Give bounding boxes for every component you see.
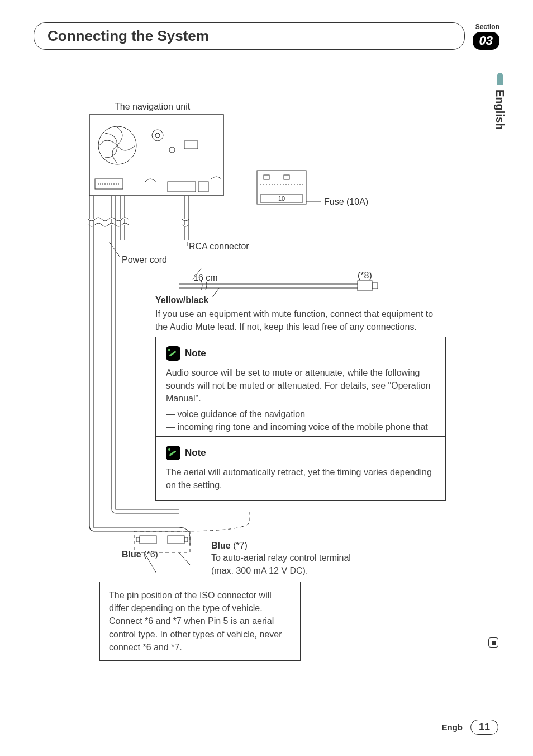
power-cord-label: Power cord (122, 255, 167, 265)
note-title: Note (185, 446, 206, 460)
star8-label: (*8) (358, 271, 372, 281)
footer-langcode: Engb (441, 722, 463, 732)
svg-point-3 (155, 133, 160, 138)
note-title: Note (185, 347, 206, 361)
svg-rect-18 (358, 281, 372, 291)
blue-6-label: Blue (*6) (122, 550, 158, 560)
note-heading: Note (166, 446, 435, 460)
page-header: Connecting the System Section 03 (34, 22, 499, 50)
svg-rect-8 (168, 182, 196, 192)
blue-6-ref: (*6) (144, 550, 158, 559)
section-label: Section (473, 23, 499, 31)
svg-rect-0 (89, 115, 223, 196)
svg-line-28 (179, 552, 190, 565)
svg-rect-25 (184, 537, 188, 542)
pencil-icon (166, 446, 180, 460)
svg-point-4 (169, 147, 175, 153)
iso-connector-note: The pin position of the ISO connector wi… (99, 582, 301, 661)
page-footer: Engb 11 (441, 720, 498, 735)
svg-rect-19 (372, 283, 378, 289)
blue-7-desc: To auto-aerial relay control terminal (m… (211, 552, 356, 577)
chapter-title: Connecting the System (34, 22, 465, 50)
fuse-value-text: 10 (278, 195, 285, 202)
fuse-label: Fuse (10A) (324, 197, 368, 207)
language-tab: English (493, 73, 506, 130)
note-box-aerial: Note The aerial will automatically retra… (155, 436, 446, 501)
wiring-diagram: 10 (0, 95, 475, 643)
note-body: Audio source will be set to mute or atte… (166, 366, 435, 405)
section-block: Section 03 (473, 23, 499, 50)
svg-rect-9 (198, 182, 208, 192)
rca-connector-label: RCA connector (189, 242, 249, 252)
end-of-section-icon (488, 637, 498, 648)
svg-rect-24 (168, 536, 184, 544)
yellow-black-block: Yellow/black If you use an equipment wit… (155, 295, 446, 333)
svg-rect-23 (136, 537, 140, 542)
svg-rect-11 (264, 175, 269, 179)
note-heading: Note (166, 346, 435, 361)
blue-7-ref: (*7) (233, 541, 248, 550)
blue-7-text: Blue (211, 541, 231, 550)
svg-rect-12 (284, 175, 289, 179)
yellow-black-body: If you use an equipment with mute functi… (155, 308, 446, 333)
blue-6-text: Blue (122, 550, 141, 559)
svg-rect-22 (140, 536, 156, 544)
note-bullet-1: — voice guidance of the navigation (166, 408, 435, 420)
note-body: The aerial will automatically retract, y… (166, 466, 435, 492)
pencil-icon (166, 346, 180, 361)
page-number: 11 (470, 720, 498, 735)
nav-unit-label: The navigation unit (115, 102, 190, 112)
svg-line-30 (109, 242, 120, 257)
length-16cm-label: 16 cm (193, 273, 218, 283)
svg-point-2 (152, 130, 163, 141)
yellow-black-heading: Yellow/black (155, 295, 446, 305)
blue-7-heading: Blue (*7) (211, 540, 356, 552)
section-number-badge: 03 (473, 32, 499, 50)
blue-7-block: Blue (*7) To auto-aerial relay control t… (211, 540, 356, 577)
svg-rect-5 (184, 141, 198, 149)
